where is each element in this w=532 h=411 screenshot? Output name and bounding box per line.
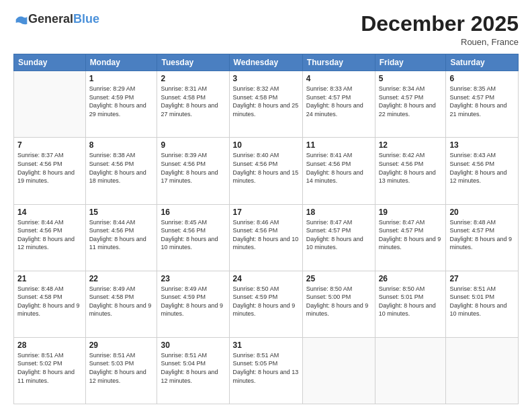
day-number: 20 xyxy=(449,208,515,217)
day-number: 22 xyxy=(89,274,154,283)
weekday-header-row: SundayMondayTuesdayWednesdayThursdayFrid… xyxy=(14,54,519,71)
calendar-cell: 25Sunrise: 8:50 AMSunset: 5:00 PMDayligh… xyxy=(302,271,375,337)
page: General Blue December 2025 Rouen, France… xyxy=(0,0,532,411)
calendar-week-row: 7Sunrise: 8:37 AMSunset: 4:56 PMDaylight… xyxy=(14,138,519,204)
day-number: 29 xyxy=(89,340,154,350)
day-info: Sunrise: 8:38 AMSunset: 4:56 PMDaylight:… xyxy=(89,151,154,185)
logo-icon xyxy=(15,13,28,26)
day-info: Sunrise: 8:48 AMSunset: 4:58 PMDaylight:… xyxy=(17,285,82,318)
calendar-cell: 11Sunrise: 8:41 AMSunset: 4:56 PMDayligh… xyxy=(302,138,375,204)
calendar-cell xyxy=(446,337,519,404)
logo-general: General xyxy=(28,12,73,26)
calendar-cell: 20Sunrise: 8:48 AMSunset: 4:57 PMDayligh… xyxy=(446,204,519,271)
weekday-header: Monday xyxy=(85,54,157,71)
calendar-cell: 23Sunrise: 8:49 AMSunset: 4:59 PMDayligh… xyxy=(157,271,229,337)
calendar-cell: 28Sunrise: 8:51 AMSunset: 5:02 PMDayligh… xyxy=(14,337,86,404)
calendar-cell: 17Sunrise: 8:46 AMSunset: 4:56 PMDayligh… xyxy=(229,204,302,271)
weekday-header: Saturday xyxy=(446,54,519,71)
day-number: 24 xyxy=(233,274,299,283)
day-number: 26 xyxy=(379,274,443,283)
weekday-header: Wednesday xyxy=(229,54,302,71)
day-number: 15 xyxy=(89,208,154,217)
calendar-week-row: 28Sunrise: 8:51 AMSunset: 5:02 PMDayligh… xyxy=(14,337,519,404)
day-info: Sunrise: 8:31 AMSunset: 4:58 PMDaylight:… xyxy=(161,85,225,118)
day-number: 12 xyxy=(379,140,443,150)
calendar-cell xyxy=(375,337,446,404)
calendar-cell: 22Sunrise: 8:49 AMSunset: 4:58 PMDayligh… xyxy=(85,271,157,337)
calendar-table: SundayMondayTuesdayWednesdayThursdayFrid… xyxy=(13,54,519,404)
calendar-cell: 3Sunrise: 8:32 AMSunset: 4:58 PMDaylight… xyxy=(229,71,302,138)
day-number: 6 xyxy=(449,74,515,83)
day-info: Sunrise: 8:40 AMSunset: 4:56 PMDaylight:… xyxy=(233,151,299,185)
calendar-cell: 26Sunrise: 8:50 AMSunset: 5:01 PMDayligh… xyxy=(375,271,446,337)
calendar-cell: 4Sunrise: 8:33 AMSunset: 4:57 PMDaylight… xyxy=(302,71,375,138)
day-info: Sunrise: 8:47 AMSunset: 4:57 PMDaylight:… xyxy=(306,218,371,252)
day-info: Sunrise: 8:42 AMSunset: 4:56 PMDaylight:… xyxy=(379,151,443,185)
calendar-cell: 8Sunrise: 8:38 AMSunset: 4:56 PMDaylight… xyxy=(85,138,157,204)
calendar-week-row: 1Sunrise: 8:29 AMSunset: 4:59 PMDaylight… xyxy=(14,71,519,138)
header: General Blue December 2025 Rouen, France xyxy=(13,12,519,47)
day-info: Sunrise: 8:46 AMSunset: 4:56 PMDaylight:… xyxy=(233,218,299,252)
calendar-cell: 15Sunrise: 8:44 AMSunset: 4:56 PMDayligh… xyxy=(85,204,157,271)
day-number: 1 xyxy=(89,74,154,83)
day-info: Sunrise: 8:34 AMSunset: 4:57 PMDaylight:… xyxy=(379,85,443,118)
day-number: 3 xyxy=(233,74,299,83)
day-number: 8 xyxy=(89,140,154,150)
calendar-cell: 21Sunrise: 8:48 AMSunset: 4:58 PMDayligh… xyxy=(14,271,86,337)
day-info: Sunrise: 8:32 AMSunset: 4:58 PMDaylight:… xyxy=(233,85,299,118)
calendar-cell: 14Sunrise: 8:44 AMSunset: 4:56 PMDayligh… xyxy=(14,204,86,271)
day-info: Sunrise: 8:45 AMSunset: 4:56 PMDaylight:… xyxy=(161,218,225,252)
day-number: 13 xyxy=(449,140,515,150)
day-info: Sunrise: 8:47 AMSunset: 4:57 PMDaylight:… xyxy=(379,218,443,252)
month-title: December 2025 xyxy=(361,12,519,36)
calendar-cell: 24Sunrise: 8:50 AMSunset: 4:59 PMDayligh… xyxy=(229,271,302,337)
calendar-cell: 7Sunrise: 8:37 AMSunset: 4:56 PMDaylight… xyxy=(14,138,86,204)
calendar-cell: 29Sunrise: 8:51 AMSunset: 5:03 PMDayligh… xyxy=(85,337,157,404)
day-number: 5 xyxy=(379,74,443,83)
day-number: 2 xyxy=(161,74,225,83)
calendar-week-row: 14Sunrise: 8:44 AMSunset: 4:56 PMDayligh… xyxy=(14,204,519,271)
day-info: Sunrise: 8:50 AMSunset: 5:00 PMDaylight:… xyxy=(306,285,371,318)
logo-text: General Blue xyxy=(13,12,99,26)
day-number: 23 xyxy=(161,274,225,283)
day-info: Sunrise: 8:44 AMSunset: 4:56 PMDaylight:… xyxy=(89,218,154,252)
day-info: Sunrise: 8:49 AMSunset: 4:58 PMDaylight:… xyxy=(89,285,154,318)
calendar-cell: 6Sunrise: 8:35 AMSunset: 4:57 PMDaylight… xyxy=(446,71,519,138)
logo-blue: Blue xyxy=(73,12,99,26)
day-number: 10 xyxy=(233,140,299,150)
day-number: 9 xyxy=(161,140,225,150)
location: Rouen, France xyxy=(361,37,519,47)
calendar-cell: 10Sunrise: 8:40 AMSunset: 4:56 PMDayligh… xyxy=(229,138,302,204)
day-info: Sunrise: 8:29 AMSunset: 4:59 PMDaylight:… xyxy=(89,85,154,118)
calendar-cell: 31Sunrise: 8:51 AMSunset: 5:05 PMDayligh… xyxy=(229,337,302,404)
day-info: Sunrise: 8:50 AMSunset: 4:59 PMDaylight:… xyxy=(233,285,299,318)
day-info: Sunrise: 8:37 AMSunset: 4:56 PMDaylight:… xyxy=(17,151,82,185)
day-number: 18 xyxy=(306,208,371,217)
day-info: Sunrise: 8:41 AMSunset: 4:56 PMDaylight:… xyxy=(306,151,371,185)
calendar-cell: 27Sunrise: 8:51 AMSunset: 5:01 PMDayligh… xyxy=(446,271,519,337)
day-number: 19 xyxy=(379,208,443,217)
day-number: 25 xyxy=(306,274,371,283)
day-number: 4 xyxy=(306,74,371,83)
day-info: Sunrise: 8:51 AMSunset: 5:05 PMDaylight:… xyxy=(233,351,299,385)
weekday-header: Sunday xyxy=(14,54,86,71)
day-number: 27 xyxy=(449,274,515,283)
day-number: 31 xyxy=(233,340,299,350)
day-info: Sunrise: 8:39 AMSunset: 4:56 PMDaylight:… xyxy=(161,151,225,185)
calendar-cell: 19Sunrise: 8:47 AMSunset: 4:57 PMDayligh… xyxy=(375,204,446,271)
calendar-cell: 13Sunrise: 8:43 AMSunset: 4:56 PMDayligh… xyxy=(446,138,519,204)
day-number: 7 xyxy=(17,140,82,150)
day-number: 11 xyxy=(306,140,371,150)
day-info: Sunrise: 8:51 AMSunset: 5:03 PMDaylight:… xyxy=(89,351,154,385)
day-info: Sunrise: 8:44 AMSunset: 4:56 PMDaylight:… xyxy=(17,218,82,252)
calendar-cell: 30Sunrise: 8:51 AMSunset: 5:04 PMDayligh… xyxy=(157,337,229,404)
weekday-header: Thursday xyxy=(302,54,375,71)
calendar-cell: 5Sunrise: 8:34 AMSunset: 4:57 PMDaylight… xyxy=(375,71,446,138)
day-info: Sunrise: 8:49 AMSunset: 4:59 PMDaylight:… xyxy=(161,285,225,318)
calendar-week-row: 21Sunrise: 8:48 AMSunset: 4:58 PMDayligh… xyxy=(14,271,519,337)
day-number: 30 xyxy=(161,340,225,350)
calendar-cell: 12Sunrise: 8:42 AMSunset: 4:56 PMDayligh… xyxy=(375,138,446,204)
calendar-cell xyxy=(302,337,375,404)
calendar-cell: 1Sunrise: 8:29 AMSunset: 4:59 PMDaylight… xyxy=(85,71,157,138)
calendar-cell: 16Sunrise: 8:45 AMSunset: 4:56 PMDayligh… xyxy=(157,204,229,271)
